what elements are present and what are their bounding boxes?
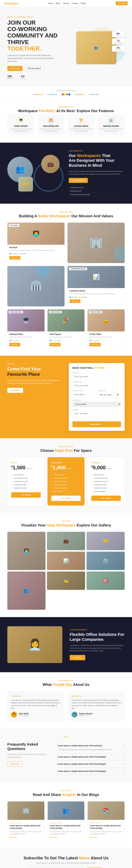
dedicated-book-button[interactable]: Book Now — [9, 343, 20, 346]
workspace-image-3: 🤝 — [18, 177, 33, 191]
author-1-role: CEO, Company — [19, 715, 29, 716]
hero-stats: 10K Members 4.9 Rating — [7, 75, 64, 80]
logo[interactable]: BookSpace — [4, 2, 18, 5]
feature-desc-wifi: Lorem ipsum is simply dummy text of the … — [40, 128, 62, 132]
blog-title: Read And Share Insights In Our Blogs — [7, 793, 125, 797]
faq-section: FAQ Frequently Asked Questions Lorem ips… — [0, 728, 132, 782]
gallery-image-4: 📊 — [47, 552, 85, 570]
workspaces-images: 👥 💼 🤝 — [7, 155, 63, 191]
nav-pages[interactable]: Pages — [81, 2, 86, 4]
faq-item-2[interactable]: Lorem ipsum is simply dummy text of the … — [57, 753, 125, 761]
events-book-button[interactable]: Book Now — [49, 343, 60, 346]
name-input[interactable] — [73, 374, 121, 379]
blog-read-more-3[interactable]: Read More → — [90, 837, 99, 838]
standard-plan-features: Event Rooms Community Access Conference … — [51, 473, 81, 493]
hotdesk-book-button[interactable]: Book Now — [9, 256, 20, 259]
testimonial-1-stars: ★★★★★ — [11, 695, 60, 698]
blog-image-1: 🏢 — [7, 802, 44, 820]
testimonial-1-author: 👨 John Smith CEO, Company — [11, 712, 60, 717]
office-select[interactable]: Choose office Hot Desk Private Office Co… — [73, 402, 121, 407]
gallery-grid: 👩‍💻 💼 🤝 📊 🏛️ 👥 ✍️ 🎯 — [7, 532, 125, 610]
date-input[interactable] — [98, 392, 121, 398]
dedicated-icon: 🖥️ — [23, 317, 29, 323]
events-title: Event Spaces — [49, 333, 83, 335]
standard-get-started-button[interactable]: Get Started — [51, 496, 81, 501]
nav-about[interactable]: About — [56, 2, 60, 4]
blog-content-2: February 10, 2024 Lorem ipsum is simply … — [48, 820, 85, 841]
email-label: Email Address — [73, 381, 121, 382]
faq-contact-button[interactable]: Drop Page — [7, 762, 23, 767]
blog-section: Our Blog Read And Share Insights In Our … — [0, 782, 132, 848]
email-input[interactable] — [73, 383, 121, 388]
message-textarea[interactable] — [73, 411, 121, 418]
features-title: Workspace Flexibility At Its Best: Explo… — [7, 109, 125, 113]
join-button[interactable]: Join Now — [116, 1, 128, 5]
faq-right: Lorem ipsum is simply dummy text of the … — [57, 742, 125, 775]
conference-book-button[interactable]: Book Now — [70, 300, 81, 303]
message-label: Message — [73, 409, 121, 410]
gallery-item-4: 📊 — [47, 552, 85, 570]
find-space-button[interactable]: Find Your Space — [25, 66, 44, 71]
basic-get-started-button[interactable]: Get Started — [11, 492, 41, 498]
blog-content-1: January 15, 2024 Lorem ipsum is simply d… — [7, 820, 44, 841]
conference-desc: Lorem ipsum is simply dummy text of prin… — [70, 292, 123, 295]
workspaces-title: Our Workspaces ThatAre Designed With You… — [69, 153, 125, 168]
faq-question-3: Lorem ipsum is simply dummy text of the … — [57, 763, 125, 766]
gallery-section: Gallery Visualize Your Ideal Workspace E… — [0, 513, 132, 617]
date-label: Select Date — [98, 390, 121, 392]
testimonial-2-text: Lorem ipsum is simply dummy text of the … — [72, 699, 121, 710]
faq-layout: Frequently Asked Questions Lorem ipsum i… — [7, 742, 125, 775]
blog-read-more-1[interactable]: Read More → — [10, 837, 19, 838]
enterprise-description: Lorem ipsum is simply dummy text of the … — [70, 644, 125, 652]
author-1-info: John Smith CEO, Company — [19, 713, 29, 716]
stat-card-desks: 72 Desks Available — [112, 38, 125, 44]
come-find-cta-button[interactable]: Get Started — [7, 388, 23, 393]
event-rooms-icon: 🖥️ — [17, 117, 24, 124]
separate-offices-button[interactable]: Separate offices — [69, 178, 88, 183]
workspace-list-item-1: Finding resources — [69, 186, 125, 189]
blog-date-1: January 15, 2024 — [10, 822, 42, 824]
booking-submit-button[interactable]: Book Now → — [73, 421, 121, 427]
gallery-item-5: 🏛️ — [87, 552, 125, 570]
blog-grid: 🏢 January 15, 2024 Lorem ipsum is simply… — [7, 801, 125, 841]
gallery-item-3: 🤝 — [87, 532, 125, 550]
get-started-button[interactable]: Get Started — [7, 66, 23, 71]
workspaces-section: 👥 💼 🤝 For Benefits Our Workspaces ThatAr… — [0, 143, 132, 204]
gallery-item-6: 👥 — [7, 571, 45, 610]
nav-contact[interactable]: Contact — [72, 2, 78, 4]
wifi-icon: 📶 — [48, 117, 54, 124]
nav-home[interactable]: Home — [48, 2, 53, 4]
enterprise-title: Flexible Office Solutions For Large Comp… — [70, 632, 125, 642]
blog-date-2: February 10, 2024 — [50, 822, 82, 824]
come-find-description: Lorem ipsum is simply dummy text of the … — [7, 379, 63, 385]
phone-input[interactable] — [73, 392, 96, 397]
hotdesk-desc: Lorem ipsum is simply dummy text of prin… — [9, 249, 62, 251]
partner-logo-3: 🔴🟡🟢🔵 — [61, 93, 71, 95]
stat-card-locations: 40+ Locations — [112, 31, 125, 37]
private-book-button[interactable]: Book Now — [89, 343, 100, 346]
faq-item-1[interactable]: Lorem ipsum is simply dummy text of the … — [57, 742, 125, 753]
blog-read-more-2[interactable]: Read More → — [50, 837, 59, 838]
enterprise-tag: Large Business — [70, 629, 125, 631]
enterprise-cta-button[interactable]: Build Now — [70, 655, 85, 660]
premium-plan-price: $5,000/ month — [91, 465, 121, 471]
office-label: Select Office — [73, 399, 121, 401]
name-label: Your Name — [73, 372, 121, 374]
blog-excerpt-1: Lorem ipsum is simply dummy text of the … — [10, 831, 42, 835]
faq-item-4[interactable]: Lorem ipsum is simply dummy text of the … — [57, 768, 125, 775]
premium-get-started-button[interactable]: Get Started — [91, 496, 121, 501]
partner-logo-1: LogoIpsum — [33, 93, 43, 95]
nav-service[interactable]: Service — [63, 2, 69, 4]
faq-item-3[interactable]: Lorem ipsum is simply dummy text of the … — [57, 761, 125, 768]
workspace-card-dedicated: 🖥️ DEDICATED DESK Dedicated Desk Lorem i… — [7, 309, 45, 348]
meeting-icon: 🏢 — [108, 117, 115, 124]
faq-question-4: Lorem ipsum is simply dummy text of the … — [57, 770, 125, 773]
workspace-list-item-3: Meeting with professionals — [69, 193, 125, 196]
pricing-card-premium: PREMIUM $5,000/ month Event Rooms Commun… — [87, 457, 125, 505]
events-content: Event Spaces Lorem ipsum dummy text prin… — [47, 332, 85, 348]
blog-content-3: March 5, 2024 Lorem ipsum is simply dumm… — [88, 820, 125, 841]
come-find-title: Come Find YourFavourite Place — [7, 366, 63, 377]
blog-excerpt-2: Lorem ipsum is simply dummy text of the … — [50, 831, 82, 835]
conference-sqft: 📐 800 sqft — [79, 296, 87, 298]
workspaces-description: Lorem ipsum is simply dummy text of the … — [69, 170, 125, 175]
